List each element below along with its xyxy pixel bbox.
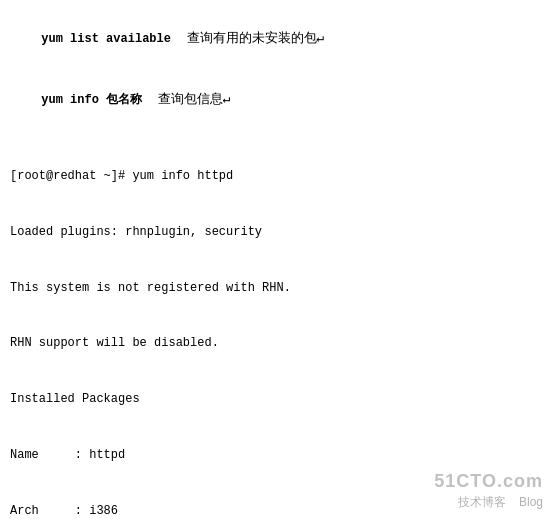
- main-container: yum list available 查询有用的未安装的包↵ yum info …: [0, 0, 551, 519]
- terminal-block: [root@redhat ~]# yum info httpd Loaded p…: [10, 130, 541, 519]
- watermark-blog: Blog: [519, 495, 543, 509]
- cmd-yum-info-short: yum info 包名称: [41, 93, 142, 107]
- terminal-installed: Installed Packages: [10, 390, 541, 409]
- security-text: security: [204, 225, 262, 239]
- terminal-prompt: [root@redhat ~]# yum info httpd: [10, 167, 541, 186]
- terminal-name: Name : httpd: [10, 446, 541, 465]
- cmd-yum-list: yum list available: [41, 32, 171, 46]
- watermark-tagline: 技术博客 Blog: [434, 494, 543, 511]
- watermark: 51CTO.com 技术博客 Blog: [434, 469, 543, 511]
- desc-yum-list: 查询有用的未安装的包↵: [171, 30, 324, 45]
- watermark-tech: 技术博客: [458, 495, 506, 509]
- terminal-plugins: Loaded plugins: rhnplugin, security: [10, 223, 541, 242]
- watermark-logo: 51CTO.com: [434, 469, 543, 494]
- terminal-rhn2: RHN support will be disabled.: [10, 334, 541, 353]
- line-yum-list: yum list available 查询有用的未安装的包↵: [10, 8, 541, 69]
- terminal-rhn1: This system is not registered with RHN.: [10, 279, 541, 298]
- line-yum-info-desc: yum info 包名称 查询包信息↵: [10, 69, 541, 130]
- desc-yum-info-short: 查询包信息↵: [142, 91, 230, 106]
